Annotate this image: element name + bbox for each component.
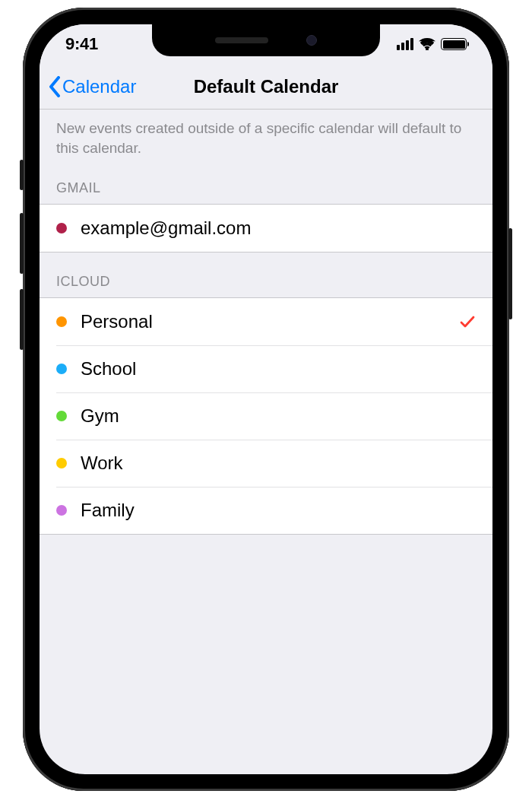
back-button[interactable]: Calendar bbox=[49, 76, 136, 97]
calendar-color-dot bbox=[56, 411, 67, 421]
section-description: New events created outside of a specific… bbox=[40, 110, 492, 174]
section-header-gmail: GMAIL bbox=[40, 174, 492, 204]
screen: 9:41 Calendar Default Calendar bbox=[40, 24, 492, 774]
calendar-label: Personal bbox=[81, 311, 459, 332]
calendar-color-dot bbox=[56, 316, 67, 327]
calendar-label: School bbox=[81, 358, 476, 380]
wifi-icon bbox=[419, 38, 435, 50]
power-button bbox=[508, 228, 512, 319]
calendar-color-dot bbox=[56, 364, 67, 374]
notch bbox=[152, 24, 380, 56]
status-indicators bbox=[397, 38, 467, 50]
calendar-row[interactable]: School bbox=[40, 345, 492, 392]
calendar-row[interactable]: Gym bbox=[40, 392, 492, 440]
navigation-bar: Calendar Default Calendar bbox=[40, 64, 492, 110]
calendar-row[interactable]: example@gmail.com bbox=[40, 205, 492, 252]
page-title: Default Calendar bbox=[194, 76, 339, 97]
volume-down-button bbox=[20, 289, 24, 350]
calendar-label: Family bbox=[81, 500, 476, 521]
battery-icon bbox=[441, 38, 467, 50]
mute-switch bbox=[20, 160, 24, 190]
calendar-row[interactable]: Family bbox=[40, 487, 492, 534]
calendar-label: example@gmail.com bbox=[81, 218, 476, 239]
calendar-row[interactable]: Personal bbox=[40, 298, 492, 345]
calendar-label: Gym bbox=[81, 405, 476, 427]
calendar-list-icloud: Personal School Gym Work Family bbox=[40, 297, 492, 535]
speaker-grille bbox=[215, 37, 268, 43]
calendar-color-dot bbox=[56, 223, 67, 233]
checkmark-icon bbox=[459, 313, 476, 330]
status-time: 9:41 bbox=[65, 34, 98, 54]
calendar-color-dot bbox=[56, 458, 67, 468]
calendar-list-gmail: example@gmail.com bbox=[40, 204, 492, 252]
calendar-label: Work bbox=[81, 453, 476, 474]
volume-up-button bbox=[20, 213, 24, 274]
back-label: Calendar bbox=[62, 76, 136, 97]
section-header-icloud: ICLOUD bbox=[40, 252, 492, 297]
phone-frame: 9:41 Calendar Default Calendar bbox=[23, 8, 509, 791]
cellular-signal-icon bbox=[397, 38, 413, 50]
chevron-left-icon bbox=[49, 76, 61, 97]
calendar-row[interactable]: Work bbox=[40, 440, 492, 487]
calendar-color-dot bbox=[56, 505, 67, 516]
front-camera bbox=[306, 35, 317, 46]
